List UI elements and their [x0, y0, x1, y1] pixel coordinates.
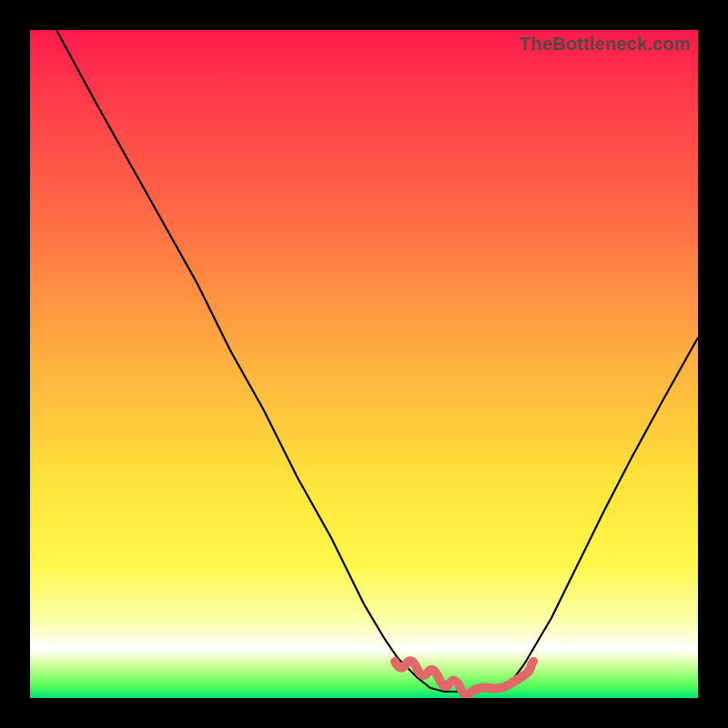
plot-area: TheBottleneck.com pink squiggly marker a…	[30, 30, 698, 698]
marker-end-dot	[529, 657, 538, 666]
bottleneck-curve	[56, 30, 698, 692]
chart-frame: TheBottleneck.com pink squiggly marker a…	[0, 0, 728, 728]
curve-overlay	[30, 30, 698, 698]
